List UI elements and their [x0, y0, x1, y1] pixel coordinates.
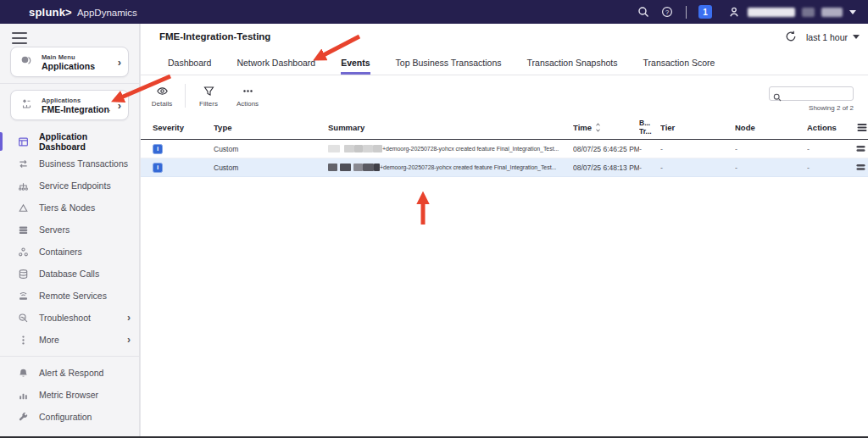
time-controls: last 1 hour — [784, 30, 860, 44]
help-icon[interactable]: ? — [660, 5, 674, 19]
filters-label: Filters — [199, 100, 218, 108]
sidebar-item-service-endpoints[interactable]: Service Endpoints — [0, 175, 139, 197]
main-menu-card[interactable]: Main Menu Applications › — [10, 47, 129, 77]
splunk-appdynamics-logo: splunk> AppDynamics — [29, 6, 137, 19]
tab-transaction-score[interactable]: Transaction Score — [643, 58, 715, 75]
business-transaction-cell: - — [639, 164, 660, 172]
node-cell: - — [735, 145, 807, 153]
sidebar-item-application-dashboard[interactable]: Application Dashboard — [0, 130, 139, 152]
containers-icon — [17, 246, 29, 258]
time-range-selector[interactable]: last 1 hour — [806, 32, 860, 42]
sidebar-item-business-transactions[interactable]: Business Transactions — [0, 152, 139, 175]
main-menu-card-value: Applications — [42, 61, 110, 71]
wrench-icon — [17, 411, 29, 423]
filter-icon — [203, 85, 215, 97]
search-icon[interactable] — [637, 5, 650, 19]
search-input[interactable] — [784, 90, 849, 98]
tiers-icon — [17, 202, 29, 213]
type-cell: Custom — [214, 145, 328, 153]
chevron-right-icon: › — [118, 100, 121, 111]
tab-dashboard[interactable]: Dashboard — [168, 58, 211, 75]
node-cell: - — [735, 164, 807, 172]
details-button[interactable]: Details — [142, 85, 181, 108]
filters-button[interactable]: Filters — [189, 85, 228, 108]
actions-button[interactable]: Actions — [228, 85, 267, 108]
sidebar-item-containers[interactable]: Containers — [0, 241, 139, 263]
sidebar-item-remote-services[interactable]: Remote Services — [0, 285, 139, 307]
row-menu-icon[interactable] — [856, 145, 865, 152]
sidebar-item-label: Business Transactions — [39, 158, 128, 169]
bell-icon — [17, 367, 29, 379]
tab-transaction-snapshots[interactable]: Transaction Snapshots — [527, 58, 618, 75]
table-row[interactable]: i Custom +demoorg-20250728-yohcx created… — [141, 140, 868, 158]
sidebar-item-label: Configuration — [39, 412, 92, 422]
column-header-node: Node — [735, 123, 807, 132]
notification-badge[interactable]: 1 — [698, 5, 712, 19]
sidebar-item-label: Application Dashboard — [39, 131, 131, 152]
summary-text: +demoorg-20250728-yohcx created feature … — [382, 146, 559, 152]
sidebar-item-label: More — [39, 335, 59, 345]
info-severity-icon: i — [153, 144, 163, 154]
endpoints-icon — [17, 180, 29, 191]
sidebar-item-database-calls[interactable]: Database Calls — [0, 263, 139, 285]
redacted-text — [354, 145, 363, 152]
topbar-divider — [686, 6, 687, 19]
chevron-right-icon: › — [127, 312, 131, 324]
row-menu-icon[interactable] — [856, 164, 865, 171]
actions-cell: - — [807, 164, 843, 172]
bar-chart-icon — [17, 389, 29, 401]
column-header-time[interactable]: Time — [573, 123, 639, 132]
tab-events[interactable]: Events — [341, 58, 370, 75]
details-label: Details — [152, 100, 172, 108]
refresh-icon[interactable] — [784, 30, 798, 44]
column-header-time-label: Time — [573, 123, 592, 132]
page-title: FME-Integration-Testing — [159, 31, 270, 42]
sidebar-item-alert-respond[interactable]: Alert & Respond — [0, 362, 139, 384]
eye-icon — [156, 85, 169, 97]
sidebar: Main Menu Applications › Applications FM… — [0, 24, 140, 436]
actions-cell: - — [807, 145, 843, 153]
sidebar-item-configuration[interactable]: Configuration — [0, 406, 139, 428]
redacted-text — [328, 164, 337, 171]
sidebar-item-label: Troubleshoot — [39, 313, 91, 323]
transactions-icon — [17, 158, 29, 169]
sidebar-item-label: Servers — [39, 225, 70, 235]
summary-text: +demoorg-20250728-yohcx created feature … — [380, 164, 556, 170]
summary-cell: +demoorg-20250728-yohcx created feature … — [328, 145, 573, 152]
tab-network-dashboard[interactable]: Network Dashboard — [236, 58, 315, 75]
redacted-account — [802, 8, 815, 17]
user-menu[interactable] — [727, 5, 856, 19]
user-icon — [727, 5, 741, 19]
sidebar-item-label: Service Endpoints — [39, 180, 111, 191]
toolbar-divider — [185, 84, 186, 108]
sidebar-item-servers[interactable]: Servers — [0, 219, 139, 241]
application-card[interactable]: Applications FME-Integration-Te... › — [10, 90, 129, 120]
redacted-text — [363, 145, 373, 152]
sidebar-item-tiers-nodes[interactable]: Tiers & Nodes — [0, 197, 139, 219]
column-settings-icon[interactable] — [857, 123, 867, 132]
tier-cell: - — [660, 164, 735, 172]
chevron-down-icon — [849, 10, 856, 14]
redacted-text — [363, 164, 374, 171]
database-icon — [17, 268, 29, 280]
redacted-text — [353, 164, 363, 171]
main-content: FME-Integration-Testing last 1 hour Dash… — [140, 24, 868, 436]
sidebar-item-more[interactable]: More › — [0, 329, 139, 351]
tab-top-business-transactions[interactable]: Top Business Transactions — [396, 58, 502, 75]
more-icon — [17, 334, 29, 346]
main-menu-icon — [19, 53, 34, 71]
redacted-text — [344, 145, 354, 152]
events-search[interactable] — [769, 86, 854, 101]
sidebar-item-metric-browser[interactable]: Metric Browser — [0, 384, 139, 406]
sidebar-item-troubleshoot[interactable]: Troubleshoot › — [0, 307, 139, 329]
menu-toggle-icon[interactable] — [12, 32, 27, 44]
time-cell: 08/07/25 6:46:25 PM — [573, 145, 639, 153]
table-row[interactable]: i Custom +demoorg-20250728-yohcx created… — [141, 158, 868, 177]
column-header-actions: Actions — [807, 123, 843, 132]
dashboard-icon — [17, 136, 29, 147]
sidebar-card-divider — [0, 83, 139, 84]
column-header-severity: Severity — [153, 123, 214, 132]
sidebar-nav: Application Dashboard Business Transacti… — [0, 130, 139, 428]
column-header-business-transaction: B... Tr... — [639, 119, 660, 136]
redacted-account-2 — [821, 8, 843, 17]
